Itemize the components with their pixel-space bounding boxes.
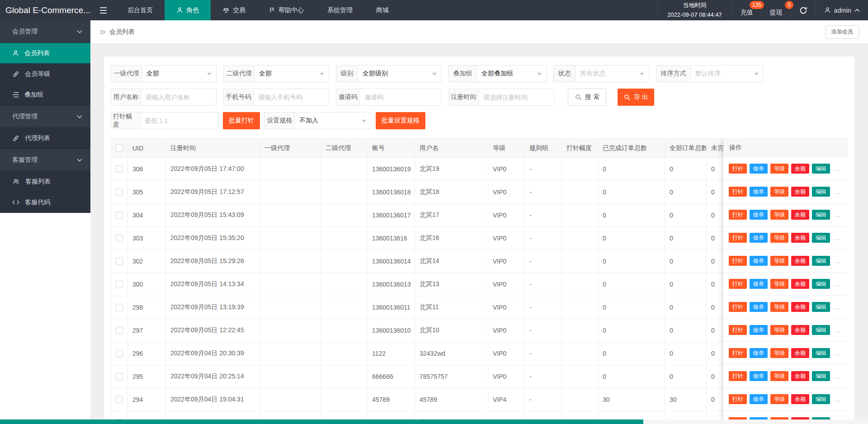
select-all-checkbox[interactable] [116,145,123,152]
sidebar-group-service-management[interactable]: 客服管理 [0,149,90,171]
edit-button[interactable]: 编辑 [812,371,830,381]
balance-button[interactable]: 余额 [791,325,809,335]
level-button[interactable]: 等级 [770,187,788,197]
more-actions-button[interactable]: ... [834,258,840,264]
sidebar-group-agent-management[interactable]: 代理管理 [0,105,90,128]
balance-button[interactable]: 余额 [791,371,809,381]
filter-overlay-group-select[interactable]: 全部叠加组 [477,66,546,82]
nav-item-system[interactable]: 系统管理 [316,0,364,20]
batch-spec-button[interactable]: 批量设置规格 [376,112,425,129]
level-button[interactable]: 等级 [770,371,788,381]
level-button[interactable]: 等级 [770,233,788,243]
batch-inject-button[interactable]: 批量打针 [223,112,260,129]
level-button[interactable]: 等级 [770,302,788,312]
row-checkbox[interactable] [116,327,123,334]
inject-button[interactable]: 打针 [729,371,747,381]
balance-button[interactable]: 余额 [791,164,809,174]
user-menu[interactable]: admin [816,0,868,20]
edit-button[interactable]: 编辑 [812,187,830,197]
export-button[interactable]: 导 出 [618,89,654,106]
more-actions-button[interactable]: ... [834,396,840,403]
row-checkbox[interactable] [116,373,123,380]
filter-status-select[interactable]: 所有状态 [576,66,649,82]
balance-button[interactable]: 余额 [791,394,809,404]
edit-button[interactable]: 编辑 [812,325,830,335]
balance-button[interactable]: 余额 [791,187,809,197]
filter-level-select[interactable]: 全部级别 [358,66,441,82]
filter-username-input[interactable] [141,89,216,105]
make-order-button[interactable]: 做单 [750,210,768,220]
filter-register-time-input[interactable] [479,89,554,105]
row-checkbox[interactable] [116,258,123,265]
more-actions-button[interactable]: ... [834,350,840,357]
inject-button[interactable]: 打针 [729,256,747,266]
level-button[interactable]: 等级 [770,325,788,335]
make-order-button[interactable]: 做单 [750,279,768,289]
nav-item-trade[interactable]: 交易 [211,0,257,20]
more-actions-button[interactable]: ... [834,327,840,334]
level-button[interactable]: 等级 [770,256,788,266]
inject-button[interactable]: 打针 [729,348,747,358]
balance-button[interactable]: 余额 [791,302,809,312]
spec-select[interactable]: 不加入 [295,113,371,129]
edit-button[interactable]: 编辑 [812,394,830,404]
balance-button[interactable]: 余额 [791,256,809,266]
edit-button[interactable]: 编辑 [812,233,830,243]
balance-button[interactable]: 余额 [791,210,809,220]
inject-button[interactable]: 打针 [729,187,747,197]
refresh-button[interactable] [791,0,816,20]
inject-button[interactable]: 打针 [729,325,747,335]
sidebar-item-service-code[interactable]: 客服代码 [0,192,90,213]
filter-invite-code-input[interactable] [360,89,441,105]
make-order-button[interactable]: 做单 [750,164,768,174]
make-order-button[interactable]: 做单 [750,256,768,266]
filter-phone-input[interactable] [254,89,329,105]
make-order-button[interactable]: 做单 [750,233,768,243]
make-order-button[interactable]: 做单 [750,325,768,335]
inject-button[interactable]: 打针 [729,164,747,174]
row-checkbox[interactable] [116,165,123,173]
withdraw-button[interactable]: 提现 0 [761,0,791,20]
inject-button[interactable]: 打针 [729,394,747,404]
more-actions-button[interactable]: ... [834,165,840,172]
row-checkbox[interactable] [116,188,123,196]
make-order-button[interactable]: 做单 [750,348,768,358]
more-actions-button[interactable]: ... [834,188,840,195]
nav-item-help-center[interactable]: 帮助中心 [257,0,316,20]
balance-button[interactable]: 余额 [791,233,809,243]
search-button[interactable]: 搜 索 [568,89,606,106]
row-checkbox[interactable] [116,235,123,242]
sidebar-item-member-list[interactable]: 会员列表 [0,43,90,64]
row-checkbox[interactable] [116,304,123,311]
inject-button[interactable]: 打针 [729,302,747,312]
nav-item-roles[interactable]: 角色 [165,0,211,20]
more-actions-button[interactable]: ... [834,235,840,241]
inject-button[interactable]: 打针 [729,210,747,220]
level-button[interactable]: 等级 [770,164,788,174]
make-order-button[interactable]: 做单 [750,302,768,312]
level-button[interactable]: 等级 [770,348,788,358]
edit-button[interactable]: 编辑 [812,256,830,266]
filter-secondary-agent-select[interactable]: 全部 [255,66,329,82]
edit-button[interactable]: 编辑 [812,164,830,174]
nav-item-mall[interactable]: 商城 [364,0,401,20]
more-actions-button[interactable]: ... [834,304,840,311]
level-button[interactable]: 等级 [770,210,788,220]
sidebar-group-member-management[interactable]: 会员管理 [0,20,90,43]
row-checkbox[interactable] [116,396,123,403]
balance-button[interactable]: 余额 [791,279,809,289]
balance-button[interactable]: 余额 [791,348,809,358]
make-order-button[interactable]: 做单 [750,187,768,197]
level-button[interactable]: 等级 [770,279,788,289]
row-checkbox[interactable] [116,281,123,288]
more-actions-button[interactable]: ... [834,212,840,218]
inject-button[interactable]: 打针 [729,279,747,289]
edit-button[interactable]: 编辑 [812,210,830,220]
edit-button[interactable]: 编辑 [812,302,830,312]
recharge-button[interactable]: 充值 135 [732,0,761,20]
sidebar-item-agent-list[interactable]: 代理列表 [0,128,90,149]
nav-item-dashboard[interactable]: 后台首页 [116,0,165,20]
more-actions-button[interactable]: ... [834,373,840,380]
sidebar-item-service-list[interactable]: 客服列表 [0,171,90,192]
filter-primary-agent-select[interactable]: 全部 [142,66,216,82]
